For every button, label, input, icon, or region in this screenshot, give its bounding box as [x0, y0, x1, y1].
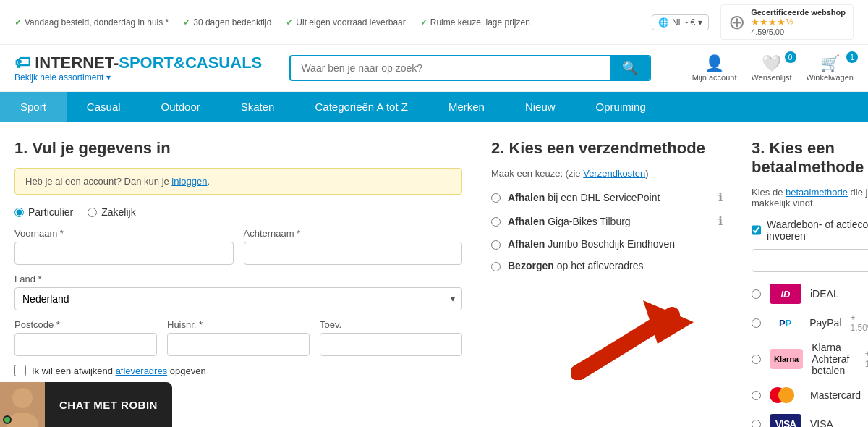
country-label: Land *	[14, 274, 462, 284]
nav-skaten[interactable]: Skaten	[221, 92, 295, 122]
payment-paypal: PP PayPal + 1,50%	[752, 313, 868, 333]
postcode-input[interactable]	[14, 333, 157, 356]
logo-icon: 🏷	[14, 54, 30, 72]
shipping-costs-link[interactable]: Verzendkosten	[583, 168, 645, 179]
account-icon-button[interactable]: 👤 Mijn account	[692, 54, 737, 82]
payment-radio-ideal[interactable]	[752, 289, 761, 299]
particulier-option[interactable]: Particulier	[14, 206, 73, 218]
country-group: Land * Nederland ▾	[14, 274, 462, 310]
address-row: Postcode * Huisnr. * Toev.	[14, 319, 462, 356]
cart-icon: 🛒	[820, 54, 840, 73]
alt-address-checkbox[interactable]	[14, 365, 26, 376]
notice-3: ✓ Uit eigen voorraad leverbaar	[286, 17, 405, 28]
header-icons: 👤 Mijn account 🤍 0 Wensenlijst 🛒 1 Winke…	[692, 54, 854, 82]
login-link[interactable]: inloggen	[171, 176, 207, 187]
mastercard-logo-icon	[770, 385, 801, 405]
paypal-cost: + 1,50%	[851, 313, 869, 333]
nav-bar: Sport Casual Outdoor Skaten Categorieën …	[0, 92, 868, 122]
shipping-option-0: Afhalen bij een DHL ServicePoint ℹ	[491, 190, 723, 204]
wishlist-button[interactable]: 🤍 0 Wensenlijst	[752, 54, 792, 82]
name-row: Voornaam * Achternaam *	[14, 228, 462, 265]
nav-nieuw[interactable]: Nieuw	[505, 92, 576, 122]
zakelijk-radio[interactable]	[88, 208, 97, 217]
info-icon-0[interactable]: ℹ	[718, 190, 723, 204]
certified-score: 4.59/5.00	[751, 28, 846, 36]
alt-address-link[interactable]: afleveradres	[116, 365, 168, 376]
check-icon-3: ✓	[286, 17, 293, 28]
cart-badge: 1	[846, 51, 858, 63]
shipping-radio-0[interactable]	[491, 193, 501, 203]
lastname-group: Achternaam *	[244, 228, 463, 265]
header: 🏷 INTERNET-SPORT&CASUALS Bekijk hele ass…	[0, 45, 868, 92]
country-row: Land * Nederland ▾	[14, 274, 462, 310]
nav-categories[interactable]: Categorieën A tot Z	[294, 92, 427, 122]
search-input[interactable]	[291, 56, 610, 80]
paypal-label: PayPal	[809, 317, 841, 329]
paypal-logo-icon: PP	[770, 313, 801, 333]
section3-title: 3. Kies een betaalmethode	[752, 139, 868, 177]
alt-address-label: Ik wil een afwijkend afleveradres opgeve…	[32, 365, 206, 376]
payment-visa: VISA VISA	[752, 414, 868, 427]
section2-title: 2. Kies een verzendmethode	[491, 139, 723, 158]
nav-merken[interactable]: Merken	[428, 92, 505, 122]
housenr-input[interactable]	[167, 333, 310, 356]
chat-avatar	[0, 382, 45, 427]
account-info-box: Heb je al een account? Dan kun je inlogg…	[14, 168, 462, 195]
housenr-label: Huisnr. *	[167, 319, 310, 330]
nav-opruiming[interactable]: Opruiming	[576, 92, 666, 122]
top-bar: ✓ Vandaag besteld, donderdag in huis * ✓…	[0, 0, 868, 45]
online-status-dot	[3, 415, 12, 424]
shipping-option-3: Bezorgen op het afleveradres	[491, 260, 723, 271]
shipping-radio-2[interactable]	[491, 240, 501, 250]
shipping-option-1: Afhalen Giga-Bikes Tilburg ℹ	[491, 214, 723, 228]
postcode-label: Postcode *	[14, 319, 157, 330]
info-icon-1[interactable]: ℹ	[718, 214, 723, 228]
check-icon-2: ✓	[183, 17, 190, 28]
addition-group: Toev.	[320, 319, 462, 356]
payment-klarna: Klarna Klarna Achteraf betalen + € 1,95	[752, 342, 868, 376]
payment-radio-klarna[interactable]	[752, 355, 761, 364]
addition-input[interactable]	[320, 333, 462, 356]
nav-outdoor[interactable]: Outdoor	[141, 92, 221, 122]
payment-method-link[interactable]: betaalmethode	[786, 187, 848, 198]
search-bar[interactable]: 🔍	[289, 55, 651, 81]
klarna-cost: + € 1,95	[865, 349, 868, 369]
firstname-input[interactable]	[14, 242, 234, 265]
logo[interactable]: 🏷 INTERNET-SPORT&CASUALS	[14, 54, 262, 72]
search-button[interactable]: 🔍	[610, 56, 650, 80]
logo-subtitle[interactable]: Bekijk hele assortiment ▾	[14, 72, 262, 83]
payment-mastercard: Mastercard	[752, 385, 868, 405]
chat-label[interactable]: CHAT MET ROBIN	[45, 399, 172, 411]
zakelijk-option[interactable]: Zakelijk	[88, 206, 135, 218]
language-selector[interactable]: 🌐 NL - € ▾	[652, 14, 709, 30]
voucher-checkbox[interactable]	[752, 224, 761, 236]
check-icon-1: ✓	[14, 17, 22, 28]
red-arrow-icon	[571, 293, 715, 380]
person-icon: 👤	[705, 54, 724, 73]
chevron-down-icon: ▾	[698, 17, 702, 28]
chat-widget[interactable]: CHAT MET ROBIN	[0, 382, 172, 427]
certified-logo-icon: ⊕	[728, 10, 745, 34]
notice-2: ✓ 30 dagen bedenktijd	[183, 17, 271, 28]
payment-radio-mastercard[interactable]	[752, 391, 761, 400]
logo-part1: INTERNET-	[35, 54, 119, 72]
top-notices: ✓ Vandaag besteld, donderdag in huis * ✓…	[14, 17, 530, 28]
notice-1: ✓ Vandaag besteld, donderdag in huis *	[14, 17, 169, 28]
nav-sport[interactable]: Sport	[0, 92, 67, 122]
payment-ideal: iD iDEAL	[752, 284, 868, 304]
voucher-input[interactable]	[752, 249, 868, 272]
shipping-radio-1[interactable]	[491, 217, 501, 227]
mastercard-label: Mastercard	[810, 389, 861, 401]
shipping-radio-3[interactable]	[491, 262, 501, 271]
notice-4: ✓ Ruime keuze, lage prijzen	[420, 17, 530, 28]
payment-radio-visa[interactable]	[752, 420, 761, 428]
logo-area[interactable]: 🏷 INTERNET-SPORT&CASUALS Bekijk hele ass…	[14, 54, 262, 83]
cart-button[interactable]: 🛒 1 Winkelwagen	[807, 54, 854, 82]
country-select[interactable]: Nederland	[14, 287, 462, 310]
payment-radio-paypal[interactable]	[752, 318, 761, 328]
lastname-input[interactable]	[244, 242, 463, 265]
logo-part2: SPORT&CASUALS	[119, 54, 262, 72]
particulier-radio[interactable]	[14, 208, 24, 217]
alt-address-row: Ik wil een afwijkend afleveradres opgeve…	[14, 365, 462, 376]
nav-casual[interactable]: Casual	[67, 92, 141, 122]
